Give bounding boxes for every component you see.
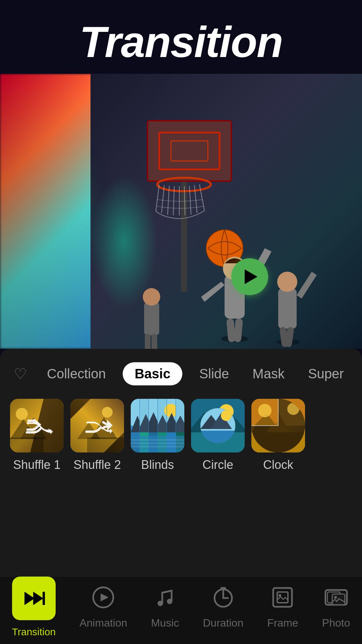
svg-rect-73 xyxy=(131,442,184,444)
nav-label-transition: Transition xyxy=(12,626,56,638)
bottom-panel: ♡ Collection Basic Slide Mask Super xyxy=(0,349,362,644)
blinds-svg xyxy=(131,399,184,452)
circle-svg xyxy=(191,399,245,452)
transition-label-clock: Clock xyxy=(263,458,293,472)
svg-marker-105 xyxy=(24,592,35,605)
animation-icon-svg xyxy=(91,585,115,609)
frame-icon-svg xyxy=(270,585,295,609)
nav-duration[interactable]: Duration xyxy=(203,585,243,629)
favorites-tab[interactable]: ♡ xyxy=(10,364,30,384)
nav-label-frame: Frame xyxy=(267,617,298,629)
svg-point-110 xyxy=(101,595,105,599)
bottom-nav: Transition Animation xyxy=(0,577,362,644)
transition-circle[interactable]: Circle xyxy=(191,399,245,472)
teal-blur xyxy=(90,174,158,309)
svg-rect-30 xyxy=(152,334,157,349)
svg-rect-72 xyxy=(131,439,184,441)
nav-animation[interactable]: Animation xyxy=(79,585,127,629)
svg-point-24 xyxy=(277,272,297,292)
music-nav-icon xyxy=(153,585,177,611)
video-preview xyxy=(0,74,362,349)
transition-nav-icon xyxy=(22,586,46,610)
thumb-shuffle2 xyxy=(70,399,124,452)
shuffle2-svg xyxy=(70,399,124,452)
transition-label-shuffle1: Shuffle 1 xyxy=(13,458,60,472)
svg-rect-74 xyxy=(131,446,184,447)
transition-shuffle2[interactable]: Shuffle 2 xyxy=(70,399,124,472)
frame-nav-icon xyxy=(270,585,295,611)
nav-music[interactable]: Music xyxy=(151,585,179,629)
header: Transition xyxy=(0,20,362,64)
nav-frame[interactable]: Frame xyxy=(267,585,298,629)
photo-nav-icon xyxy=(324,585,348,611)
svg-rect-29 xyxy=(145,334,150,349)
transition-blinds[interactable]: Blinds xyxy=(131,399,184,472)
nav-label-music: Music xyxy=(151,617,179,629)
transitions-row: Shuffle 1 xyxy=(0,392,362,479)
duration-icon-svg xyxy=(211,585,235,609)
svg-rect-23 xyxy=(278,288,297,329)
nav-photo[interactable]: Photo xyxy=(322,585,350,629)
svg-rect-107 xyxy=(43,592,45,605)
transition-nav-icon-bg xyxy=(12,577,56,620)
animation-nav-icon xyxy=(91,585,115,611)
heart-icon: ♡ xyxy=(14,365,27,382)
transition-label-circle: Circle xyxy=(202,458,233,472)
tab-mask[interactable]: Mask xyxy=(246,363,291,385)
clock-svg xyxy=(251,399,305,452)
svg-line-113 xyxy=(162,591,172,593)
svg-point-125 xyxy=(334,596,337,599)
tab-slide[interactable]: Slide xyxy=(192,363,236,385)
thumb-clock xyxy=(251,399,305,452)
nav-transition[interactable]: Transition xyxy=(12,577,56,638)
nav-label-animation: Animation xyxy=(79,617,127,629)
transition-shuffle1[interactable]: Shuffle 1 xyxy=(10,399,64,472)
scene-left-overlay xyxy=(0,74,94,349)
tab-basic[interactable]: Basic xyxy=(123,362,183,385)
transition-label-blinds: Blinds xyxy=(141,458,174,472)
svg-rect-36 xyxy=(10,437,44,452)
svg-rect-120 xyxy=(277,592,288,603)
svg-point-112 xyxy=(167,599,172,604)
transition-label-shuffle2: Shuffle 2 xyxy=(73,458,121,472)
svg-rect-119 xyxy=(273,588,292,607)
tab-collection[interactable]: Collection xyxy=(40,363,113,385)
play-icon xyxy=(245,269,257,284)
svg-point-42 xyxy=(102,407,113,418)
svg-point-111 xyxy=(158,601,163,606)
thumb-shuffle1 xyxy=(10,399,64,452)
svg-point-94 xyxy=(258,404,272,417)
category-tabs: ♡ Collection Basic Slide Mask Super xyxy=(0,349,362,392)
shuffle1-svg xyxy=(10,399,64,452)
music-icon-svg xyxy=(153,585,177,609)
page-title: Transition xyxy=(0,20,362,64)
duration-nav-icon xyxy=(211,585,235,611)
nav-label-photo: Photo xyxy=(322,617,350,629)
play-button[interactable] xyxy=(231,258,268,295)
transition-clock[interactable]: Clock xyxy=(251,399,305,472)
tab-super[interactable]: Super xyxy=(301,363,351,385)
svg-marker-106 xyxy=(33,592,43,605)
photo-icon-svg xyxy=(324,585,348,609)
thumb-blinds xyxy=(131,399,184,452)
thumb-circle xyxy=(191,399,245,452)
svg-rect-43 xyxy=(87,437,124,452)
svg-point-35 xyxy=(16,408,28,420)
nav-label-duration: Duration xyxy=(203,617,243,629)
